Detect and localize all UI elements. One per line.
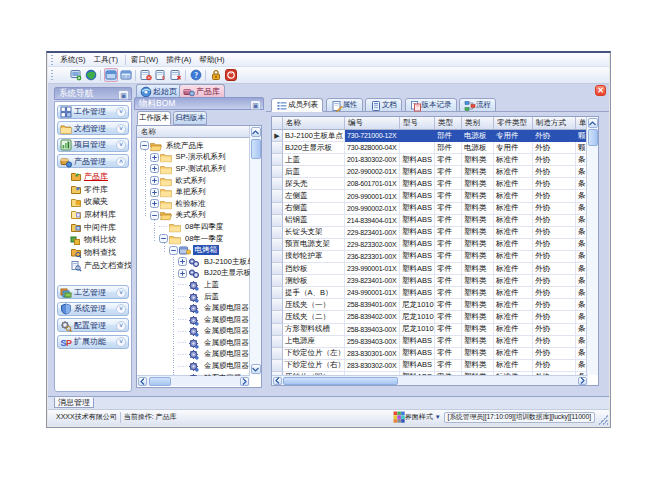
bom-tab-归档版本[interactable]: 归档版本 [173,111,207,125]
grid-horizontal-scrollbar[interactable] [272,375,588,385]
sidebar-group-文档管理[interactable]: 文档管理 ˅ [57,121,129,135]
tree-node-检验标准[interactable]: 检验标准 [137,198,250,210]
scroll-up-arrow[interactable] [588,118,598,128]
scroll-thumb[interactable] [251,139,261,159]
tree-node-欧式系列[interactable]: 欧式系列 [137,175,250,187]
tree-node-后盖[interactable]: 后盖 [137,291,250,303]
tree-node-系统产品库[interactable]: 系统产品库 [137,140,250,152]
table-row[interactable]: 右侧盖209-990002-01X塑料ABS零件塑料类标准件外协条 [272,203,588,215]
scroll-up-arrow[interactable] [251,127,261,137]
chevron-down-icon[interactable]: ˅ [116,124,126,134]
sidebar-group-项目管理[interactable]: 项目管理 ˅ [57,138,129,152]
column-header-编号[interactable]: 编号 [345,117,400,130]
bom-pin-button[interactable]: ▣ [250,100,261,110]
lock-button[interactable] [209,68,223,82]
tree-horizontal-scrollbar[interactable] [137,375,250,386]
menu-item-3[interactable]: 窗口(W) [128,54,162,66]
table-row[interactable]: 提手（A、B）249-990001-01X塑料ABS零件塑料类标准件外协条 [272,287,588,299]
table-row[interactable]: 后盖202-990002-01X塑料ABS零件塑料类标准件外协条 [272,166,588,178]
chevron-down-icon[interactable]: ˅ [116,321,126,331]
doc-refresh-button[interactable] [154,68,168,82]
expand-icon[interactable] [178,269,187,278]
tree-node-上盖[interactable]: 上盖 [137,279,250,291]
column-header-indicator[interactable] [272,117,283,130]
tree-node-金属膜电阻器[interactable]: 金属膜电阻器 [137,360,250,372]
doc-delete-button[interactable] [169,68,183,82]
screen-button[interactable] [69,68,83,82]
chevron-down-icon[interactable]: ˅ [116,288,126,298]
member-tab-流程[interactable]: 流程 [459,98,496,112]
message-panel-tab[interactable]: 消息管理 [54,397,94,408]
tree-node-BJ20主显示板[interactable]: BJ20主显示板 [137,268,250,280]
tree-node-电烤箱[interactable]: 电烤箱 [137,244,250,256]
sidebar-item-物料查找[interactable]: 物料查找 [55,246,131,259]
expand-icon[interactable] [178,257,187,266]
table-row[interactable]: 上盖201-830302-00X塑料ABS零件塑料类标准件外协条 [272,154,588,166]
window-button[interactable] [104,68,118,82]
scroll-right-arrow[interactable] [240,377,249,386]
toolbar-grip[interactable] [50,69,55,82]
table-row[interactable]: 上电源座259-839403-00X塑料ABS零件塑料类标准件外协条 [272,336,588,348]
table-row[interactable]: 铝钢盖214-839404-01X塑料ABS零件塑料类标准件外协条 [272,215,588,227]
tree-node-SP-测试机系列[interactable]: SP-测试机系列 [137,163,250,175]
sidebar-item-零件库[interactable]: 零件库 [55,183,131,196]
tree-node-金属膜电阻器[interactable]: 金属膜电阻器 [137,337,250,349]
sidebar-pin-button[interactable]: ▣ [118,90,129,100]
scroll-thumb[interactable] [588,129,598,146]
table-row[interactable]: 压线夹（二）258-839402-00X尼龙1010零件塑料类标准件外协条 [272,311,588,323]
column-header-零件类型[interactable]: 零件类型 [494,117,533,130]
sidebar-item-物料比较[interactable]: 物料比较 [55,233,131,246]
tree-column-header[interactable]: 名称 [137,126,250,138]
table-row[interactable]: ▶BJ-2100主板单点730-721000-12X部件电源板专用件外协颗 [272,130,588,142]
sidebar-item-产品文档查找[interactable]: 产品文档查找 [55,259,131,272]
chevron-down-icon[interactable]: ˅ [116,337,126,347]
collapse-icon[interactable] [169,246,178,255]
bom-tab-工作版本[interactable]: 工作版本 [137,111,171,125]
table-row[interactable]: 接纱轮护罩236-823301-00X塑料ABS零件塑料类标准件外协条 [272,251,588,263]
tree-node-金属膜电阻器[interactable]: 金属膜电阻器 [137,349,250,361]
sidebar-group-工艺管理[interactable]: 工艺管理 ˅ [57,285,129,299]
sidebar-item-收藏夹[interactable]: 收藏夹 [55,195,131,208]
member-tab-属性[interactable]: 属性 [326,98,363,112]
sidebar-group-产品管理[interactable]: 产品管理 ˄ [57,154,129,168]
column-header-名称[interactable]: 名称 [283,117,345,130]
tree-node-金属膜电阻器[interactable]: 金属膜电阻器 [137,326,250,338]
table-row[interactable]: 预置电源支架229-823302-00X塑料ABS零件塑料类标准件外协条 [272,239,588,251]
tab-close-button[interactable]: ✕ [595,85,606,96]
sidebar-group-系统管理[interactable]: 系统管理 ˅ [57,302,129,316]
expand-icon[interactable] [150,153,159,162]
table-row[interactable]: BJ20主显示板730-828000-04X部件电源板专用件外协颗 [272,142,588,154]
resize-grip[interactable] [598,415,608,425]
table-row[interactable]: 下纱定位片（右）283-830302-00X塑料ABS零件塑料类标准件外协条 [272,360,588,372]
style-dropdown-arrow[interactable]: ▼ [435,414,441,420]
sidebar-group-工作管理[interactable]: 工作管理 ˅ [57,105,129,119]
sidebar-item-原材料库[interactable]: 原材料库 [55,208,131,221]
collapse-icon[interactable] [159,234,168,243]
column-header-制造方式[interactable]: 制造方式 [533,117,576,130]
menu-item-1[interactable]: 系统(S) [57,54,89,66]
sidebar-group-配置管理[interactable]: 配置管理 ˅ [57,318,129,332]
scroll-right-arrow[interactable] [578,377,587,385]
collapse-icon[interactable] [150,211,159,220]
chevron-down-icon[interactable]: ˅ [116,304,126,314]
member-tab-文档[interactable]: 文档 [365,98,402,112]
help-button[interactable]: ? [189,68,203,82]
member-tab-成员列表[interactable]: 成员列表 [271,98,323,112]
table-row[interactable]: 压线夹（一）258-839401-00X尼龙1010零件塑料类标准件外协条 [272,299,588,311]
chevron-up-icon[interactable]: ˄ [116,157,126,167]
table-row[interactable]: 长锭头支架229-823401-00X塑料ABS零件塑料类标准件外协条 [272,227,588,239]
column-header-类别[interactable]: 类别 [462,117,494,130]
tree-node-美式系列[interactable]: 美式系列 [137,210,250,222]
column-header-型号[interactable]: 型号 [400,117,435,130]
tree-node-SP-演示机系列[interactable]: SP-演示机系列 [137,152,250,164]
menu-item-2[interactable]: 工具(T) [90,54,122,66]
status-style-label[interactable]: 界面样式 [405,412,433,422]
scroll-left-arrow[interactable] [273,377,282,385]
chevron-down-icon[interactable]: ˅ [116,107,126,117]
exit-button[interactable] [224,68,238,82]
member-tab-版本记录[interactable]: 版本记录 [405,98,457,112]
table-row[interactable]: 方形塑料线槽258-839403-00X尼龙1010零件塑料类标准件外协条 [272,324,588,336]
scroll-left-arrow[interactable] [138,377,147,386]
tree-node-金属膜电阻器[interactable]: 金属膜电阻器 [137,302,250,314]
table-row[interactable]: 下纱定位片（左）283-830301-00X塑料ABS零件塑料类标准件外协条 [272,348,588,360]
